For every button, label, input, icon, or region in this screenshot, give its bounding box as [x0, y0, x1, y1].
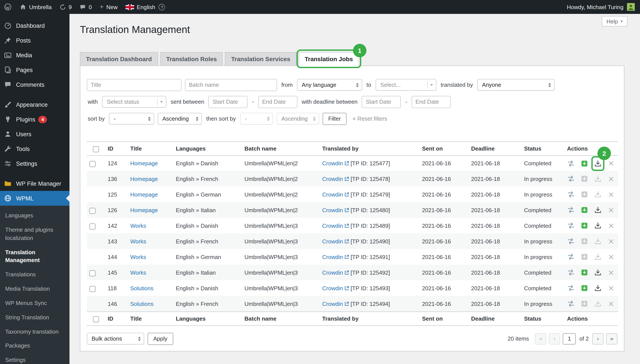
- reassign-translation-icon[interactable]: [567, 284, 575, 292]
- site-menu[interactable]: Umbrella: [16, 0, 56, 14]
- tab-translation-dashboard[interactable]: Translation Dashboard: [80, 52, 158, 66]
- reassign-translation-icon[interactable]: [567, 300, 575, 308]
- xliff-file-icon[interactable]: [580, 269, 588, 276]
- translated-by-select[interactable]: Anyone: [477, 79, 555, 91]
- sidebar-item-media[interactable]: Media: [0, 48, 70, 62]
- cancel-job-icon[interactable]: [607, 222, 615, 230]
- xliff-file-icon[interactable]: [580, 238, 588, 245]
- reassign-translation-icon[interactable]: [567, 206, 575, 214]
- sidebar-item-wp-file-manager[interactable]: WP File Manager: [0, 176, 70, 191]
- reassign-translation-icon[interactable]: [567, 175, 575, 183]
- xliff-file-icon[interactable]: [580, 284, 588, 292]
- sidebar-item-comments[interactable]: Comments: [0, 77, 70, 92]
- sort-primary-select[interactable]: -: [109, 113, 154, 125]
- cancel-job-icon[interactable]: [607, 269, 615, 276]
- translator-link[interactable]: Crowdin: [322, 207, 349, 214]
- cancel-job-icon[interactable]: [607, 191, 615, 198]
- xliff-file-icon[interactable]: [580, 206, 588, 214]
- sidebar-item-users[interactable]: Users: [0, 127, 70, 142]
- cancel-job-icon[interactable]: [607, 284, 615, 292]
- sidebar-subitem-translations[interactable]: Translations: [0, 268, 70, 282]
- sidebar-subitem-media-translation[interactable]: Media Translation: [0, 282, 70, 296]
- download-icon[interactable]: [594, 253, 602, 261]
- download-icon[interactable]: 2: [594, 160, 602, 167]
- sidebar-subitem-packages[interactable]: Packages: [0, 339, 70, 353]
- job-title-link[interactable]: Works: [130, 238, 146, 245]
- translator-link[interactable]: Crowdin: [322, 191, 349, 198]
- tab-translation-roles[interactable]: Translation Roles: [160, 52, 223, 66]
- reassign-translation-icon[interactable]: [567, 253, 575, 261]
- help-button[interactable]: Help ▾: [601, 16, 627, 26]
- tab-translation-services[interactable]: Translation Services: [225, 52, 296, 66]
- sidebar-item-dashboard[interactable]: Dashboard: [0, 18, 70, 33]
- download-icon[interactable]: [594, 222, 602, 230]
- xliff-file-icon[interactable]: [580, 222, 588, 230]
- download-icon[interactable]: [594, 300, 602, 308]
- prev-page-button[interactable]: ‹: [549, 333, 560, 344]
- filter-button[interactable]: Filter: [323, 113, 347, 125]
- sidebar-subitem-languages[interactable]: Languages: [0, 209, 70, 223]
- sidebar-item-posts[interactable]: Posts: [0, 33, 70, 48]
- job-title-link[interactable]: Works: [130, 254, 146, 260]
- sidebar-item-wpml[interactable]: WPML: [0, 191, 70, 206]
- cancel-job-icon[interactable]: [607, 238, 615, 245]
- cancel-job-icon[interactable]: [607, 300, 615, 308]
- cancel-job-icon[interactable]: [607, 160, 615, 167]
- xliff-file-icon[interactable]: [580, 191, 588, 198]
- new-menu[interactable]: + New: [96, 0, 122, 14]
- next-page-button[interactable]: ›: [592, 333, 603, 344]
- bulk-actions-select[interactable]: Bulk actions: [87, 333, 144, 345]
- first-page-button[interactable]: «: [535, 333, 546, 344]
- sidebar-item-pages[interactable]: Pages: [0, 62, 70, 77]
- download-icon[interactable]: [594, 175, 602, 183]
- language-menu[interactable]: English ?: [122, 0, 169, 14]
- download-icon[interactable]: [594, 238, 602, 245]
- download-icon[interactable]: [594, 269, 602, 276]
- job-title-link[interactable]: Homepage: [130, 160, 158, 166]
- job-title-link[interactable]: Solutions: [130, 300, 153, 307]
- sidebar-subitem-string-translation[interactable]: String Translation: [0, 311, 70, 325]
- download-icon[interactable]: [594, 206, 602, 214]
- translator-link[interactable]: Crowdin: [322, 160, 349, 166]
- xliff-file-icon[interactable]: [580, 253, 588, 261]
- sidebar-subitem-wp-menus-sync[interactable]: WP Menus Sync: [0, 296, 70, 311]
- sort-secondary-direction-select[interactable]: Ascending: [276, 113, 319, 125]
- comments-menu[interactable]: 0: [76, 0, 96, 14]
- sidebar-subitem-taxonomy-translation[interactable]: Taxonomy translation: [0, 325, 70, 339]
- avatar[interactable]: [627, 3, 635, 11]
- sent-start-date-input[interactable]: [209, 96, 248, 108]
- cancel-job-icon[interactable]: [607, 206, 615, 214]
- job-title-link[interactable]: Homepage: [130, 176, 158, 182]
- sort-secondary-select[interactable]: -: [240, 113, 273, 125]
- deadline-start-date-input[interactable]: [362, 96, 401, 108]
- sidebar-subitem-settings[interactable]: Settings: [0, 353, 70, 364]
- from-language-select[interactable]: Any language: [297, 79, 362, 91]
- job-title-link[interactable]: Solutions: [130, 285, 153, 292]
- deadline-end-date-input[interactable]: [412, 96, 451, 108]
- wp-logo-menu[interactable]: [0, 0, 16, 14]
- job-title-link[interactable]: Homepage: [130, 207, 158, 214]
- title-filter-input[interactable]: [87, 79, 181, 91]
- sort-primary-direction-select[interactable]: Ascending: [158, 113, 202, 125]
- row-checkbox[interactable]: [89, 208, 96, 214]
- reassign-translation-icon[interactable]: [567, 160, 575, 167]
- job-title-link[interactable]: Homepage: [130, 191, 158, 198]
- updates-menu[interactable]: 9: [56, 0, 76, 14]
- apply-button[interactable]: Apply: [148, 333, 173, 345]
- tab-translation-jobs[interactable]: Translation Jobs: [298, 52, 359, 66]
- download-icon[interactable]: [594, 284, 602, 292]
- reassign-translation-icon[interactable]: [567, 191, 575, 198]
- sidebar-item-plugins[interactable]: Plugins 4: [0, 112, 70, 127]
- row-checkbox[interactable]: [89, 286, 96, 292]
- translator-link[interactable]: Crowdin: [322, 300, 349, 307]
- row-checkbox[interactable]: [89, 161, 96, 167]
- cancel-job-icon[interactable]: [607, 175, 615, 183]
- select-all-checkbox-footer[interactable]: [93, 316, 99, 322]
- xliff-file-icon[interactable]: [580, 300, 588, 308]
- translator-link[interactable]: Crowdin: [322, 270, 349, 276]
- download-icon[interactable]: [594, 191, 602, 198]
- sent-end-date-input[interactable]: [258, 96, 297, 108]
- translator-link[interactable]: Crowdin: [322, 285, 349, 292]
- reassign-translation-icon[interactable]: [567, 269, 575, 276]
- translator-link[interactable]: Crowdin: [322, 222, 349, 229]
